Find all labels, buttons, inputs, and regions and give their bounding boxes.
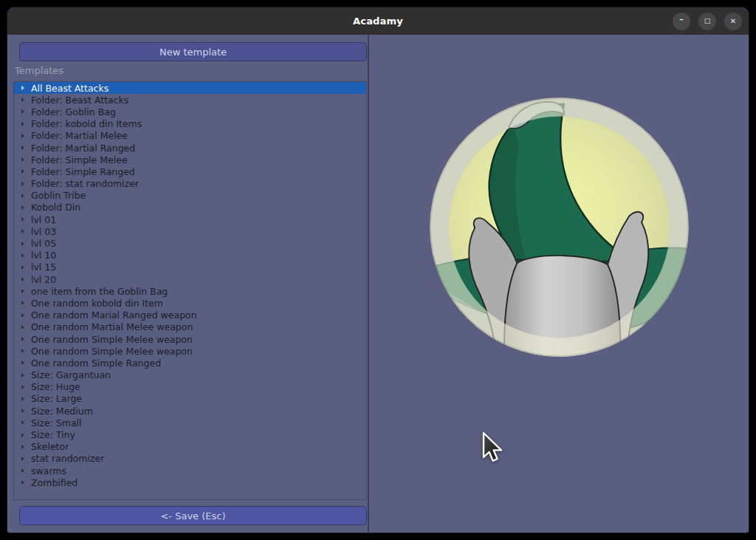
template-item-label: lvl 15 [31,262,56,273]
expander-icon[interactable] [21,409,24,413]
expander-icon[interactable] [21,182,24,186]
wizard-hat-illustration [421,89,698,366]
expander-icon[interactable] [21,109,24,114]
template-item-label: One random kobold din Item [31,298,163,309]
expander-icon[interactable] [21,86,24,90]
template-list-item[interactable]: Folder: stat randomizer [14,178,366,190]
app-window: Acadamy – □ ✕ New template Templates All… [7,7,749,533]
preview-panel [369,35,749,533]
template-list-item[interactable]: One random kobold din Item [14,297,366,309]
template-item-label: Zombified [31,477,78,488]
template-list-item[interactable]: One random Simple Melee weapon [14,333,366,345]
template-item-label: Folder: Simple Melee [31,154,128,165]
template-item-label: Skeletor [31,441,69,452]
template-list-item[interactable]: Folder: Goblin Bag [14,106,366,117]
template-list-item[interactable]: One random Simple Ranged [14,357,366,369]
template-list-item[interactable]: Folder: Martial Ranged [14,142,366,154]
new-template-button[interactable]: New template [19,42,367,61]
template-item-label: Folder: Simple Ranged [31,166,135,177]
template-list-item[interactable]: lvl 15 [14,262,366,273]
template-list-item[interactable]: Zombified [14,476,366,488]
save-button[interactable]: <- Save (Esc) [19,506,367,525]
template-list-item[interactable]: Folder: Beast Attacks [14,94,366,106]
expander-icon[interactable] [21,253,24,258]
expander-icon[interactable] [21,157,24,162]
expander-icon[interactable] [21,289,24,293]
template-list-item[interactable]: swarms [14,465,366,476]
template-item-label: Folder: Goblin Bag [31,106,116,117]
template-item-label: One random Simple Melee weapon [31,346,193,357]
expander-icon[interactable] [21,229,24,233]
expander-icon[interactable] [21,457,24,461]
template-list-item[interactable]: Size: Huge [14,381,366,393]
expander-icon[interactable] [21,349,24,353]
template-list-item[interactable]: lvl 10 [14,250,366,262]
screen: Acadamy – □ ✕ New template Templates All… [0,0,756,540]
templates-label: Templates [15,65,63,76]
expander-icon[interactable] [21,217,24,222]
template-list-item[interactable]: one item from the Goblin Bag [14,285,366,297]
close-button[interactable]: ✕ [724,13,742,30]
template-list-item[interactable]: lvl 05 [14,237,366,249]
template-list-item[interactable]: Skeletor [14,441,366,453]
expander-icon[interactable] [21,301,24,305]
template-list-item[interactable]: Folder: Simple Melee [14,154,366,165]
expander-icon[interactable] [21,277,24,281]
expander-icon[interactable] [21,194,24,198]
expander-icon[interactable] [21,480,24,485]
window-title: Acadamy [353,16,403,27]
template-list-item[interactable]: All Beast Attacks [14,82,366,94]
expander-icon[interactable] [21,325,24,329]
expander-icon[interactable] [21,433,24,437]
expander-icon[interactable] [21,98,24,102]
template-list-item[interactable]: lvl 01 [14,213,366,225]
expander-icon[interactable] [21,313,24,318]
template-list-item[interactable]: One random Simple Melee weapon [14,345,366,357]
expander-icon[interactable] [21,468,24,473]
template-item-label: Folder: kobold din Items [31,118,142,129]
template-list[interactable]: All Beast Attacks Folder: Beast Attacks … [13,81,367,500]
template-item-label: One random Simple Melee weapon [31,334,193,345]
expander-icon[interactable] [21,420,24,425]
expander-icon[interactable] [21,445,24,449]
template-item-label: lvl 20 [31,274,56,285]
template-list-item[interactable]: lvl 03 [14,225,366,237]
template-list-item[interactable]: Folder: Simple Ranged [14,165,366,177]
template-item-label: lvl 03 [31,226,56,237]
maximize-button[interactable]: □ [698,13,716,30]
expander-icon[interactable] [21,169,24,174]
template-item-label: lvl 01 [31,214,56,225]
template-item-label: Folder: Martial Melee [31,130,128,141]
expander-icon[interactable] [21,385,24,389]
expander-icon[interactable] [21,134,24,138]
template-item-label: Kobold Din [31,202,80,213]
template-list-item[interactable]: Size: Small [14,417,366,428]
template-list-item[interactable]: Size: Gargantuan [14,369,366,381]
template-list-item[interactable]: Size: Tiny [14,428,366,440]
expander-icon[interactable] [21,373,24,377]
expander-icon[interactable] [21,122,24,126]
template-list-item[interactable]: One random Martial Melee weapon [14,321,366,333]
expander-icon[interactable] [21,337,24,341]
titlebar[interactable]: Acadamy – □ ✕ [7,7,749,35]
expander-icon[interactable] [21,397,24,401]
template-list-item[interactable]: stat randomizer [14,453,366,465]
template-list-item[interactable]: One random Marial Ranged weapon [14,310,366,321]
template-list-item[interactable]: Kobold Din [14,202,366,213]
template-list-item[interactable]: Size: Medium [14,405,366,417]
expander-icon[interactable] [21,205,24,210]
template-item-label: Size: Medium [31,406,93,417]
template-list-item[interactable]: Size: Large [14,393,366,405]
expander-icon[interactable] [21,146,24,150]
expander-icon[interactable] [21,265,24,270]
template-list-item[interactable]: Folder: kobold din Items [14,118,366,130]
template-item-label: Size: Small [31,417,82,428]
minimize-button[interactable]: – [673,13,690,30]
window-content: New template Templates All Beast Attacks… [7,35,749,533]
template-item-label: Size: Large [31,393,82,404]
template-list-item[interactable]: Folder: Martial Melee [14,130,366,142]
template-list-item[interactable]: Goblin Tribe [14,190,366,202]
template-list-item[interactable]: lvl 20 [14,273,366,285]
expander-icon[interactable] [21,360,24,365]
expander-icon[interactable] [21,242,24,246]
